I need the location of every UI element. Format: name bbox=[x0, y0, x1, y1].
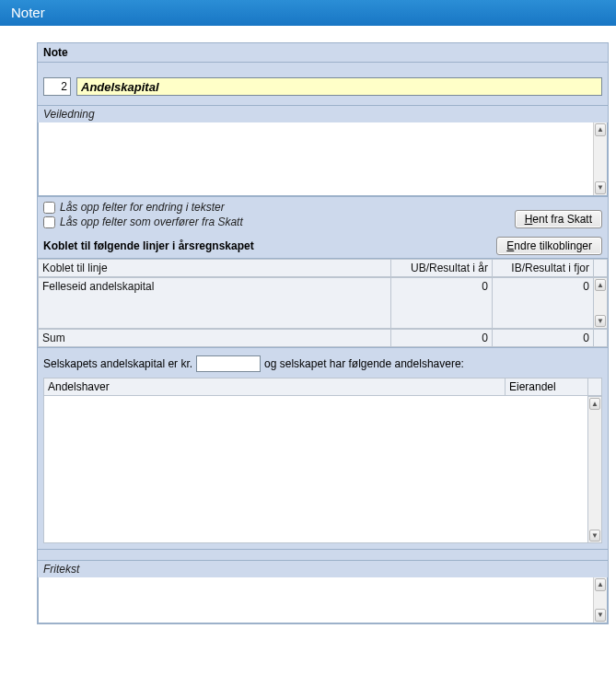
unlock-texts-checkbox[interactable] bbox=[43, 202, 55, 214]
owners-scrollbar[interactable]: ▲ ▼ bbox=[588, 396, 602, 543]
scroll-down-icon[interactable]: ▼ bbox=[595, 609, 606, 622]
note-header-label: Note bbox=[43, 46, 68, 59]
linked-row-line: Felleseid andelskapital bbox=[39, 278, 391, 329]
owners-col-scroll bbox=[588, 378, 602, 396]
freetext-textarea[interactable] bbox=[39, 577, 593, 623]
scroll-up-icon[interactable]: ▲ bbox=[595, 578, 606, 591]
guidance-scrollbar[interactable]: ▲ ▼ bbox=[593, 122, 607, 195]
linked-scrollbar[interactable]: ▲ ▼ bbox=[594, 277, 608, 329]
window-titlebar: Noter bbox=[0, 0, 616, 26]
linked-section-header: Koblet til følgende linjer i årsregnskap… bbox=[38, 234, 608, 259]
edit-btn-rest: ndre tilkoblinger bbox=[514, 239, 592, 252]
linked-table-body-wrap: Felleseid andelskapital 0 0 ▲ ▼ bbox=[38, 277, 608, 329]
capital-amount-input[interactable] bbox=[196, 355, 261, 372]
linked-sum-spacer bbox=[594, 330, 608, 347]
linked-col-ib: IB/Resultat i fjor bbox=[493, 260, 594, 277]
scroll-down-icon[interactable]: ▼ bbox=[595, 181, 606, 194]
edit-links-button[interactable]: Endre tilkoblinger bbox=[496, 237, 602, 255]
unlock-skatt-label: Lås opp felter som overfører fra Skatt bbox=[60, 215, 243, 228]
capital-sentence-a: Selskapets andelskapital er kr. bbox=[43, 357, 192, 370]
linked-table-body: Felleseid andelskapital 0 0 bbox=[38, 277, 594, 329]
linked-sum-label: Sum bbox=[39, 330, 391, 347]
noter-window: Noter Note Veiledning ▲ ▼ bbox=[0, 0, 616, 687]
capital-block: Selskapets andelskapital er kr. og selsk… bbox=[38, 347, 608, 549]
linked-sum-row: Sum 0 0 bbox=[38, 329, 608, 347]
unlock-texts-row[interactable]: Lås opp felter for endring i tekster bbox=[43, 201, 243, 214]
freetext-textarea-wrap: ▲ ▼ bbox=[38, 577, 608, 623]
guidance-label: Veiledning bbox=[38, 105, 608, 122]
fetch-btn-rest: ent fra Skatt bbox=[532, 213, 592, 226]
linked-col-ub: UB/Resultat i år bbox=[391, 260, 493, 277]
scroll-up-icon[interactable]: ▲ bbox=[589, 398, 600, 410]
linked-col-line: Koblet til linje bbox=[39, 260, 391, 277]
fetch-btn-hotkey: H bbox=[525, 213, 533, 226]
unlock-skatt-checkbox[interactable] bbox=[43, 216, 55, 228]
linked-row-ib: 0 bbox=[493, 278, 594, 329]
scroll-up-icon[interactable]: ▲ bbox=[595, 279, 606, 291]
linked-sum-ub: 0 bbox=[391, 330, 493, 347]
scroll-down-icon[interactable]: ▼ bbox=[595, 315, 606, 327]
unlock-skatt-row[interactable]: Lås opp felter som overfører fra Skatt bbox=[43, 215, 243, 228]
linked-row-ub: 0 bbox=[391, 278, 493, 329]
owners-col-share: Eierandel bbox=[506, 378, 588, 396]
gap-spacer bbox=[38, 549, 608, 560]
note-panel: Note Veiledning ▲ ▼ bbox=[37, 42, 609, 624]
freetext-label: Fritekst bbox=[38, 560, 608, 577]
window-title: Noter bbox=[11, 5, 45, 20]
capital-sentence-b: og selskapet har følgende andelshavere: bbox=[264, 357, 464, 370]
freetext-scrollbar[interactable]: ▲ ▼ bbox=[593, 577, 607, 623]
options-block: Lås opp felter for endring i tekster Lås… bbox=[38, 196, 608, 234]
note-section-header: Note bbox=[38, 43, 608, 63]
owners-table-body[interactable] bbox=[43, 396, 588, 543]
note-number-input[interactable] bbox=[43, 77, 71, 96]
owners-table-header: Andelshaver Eierandel bbox=[43, 378, 602, 396]
guidance-textarea[interactable] bbox=[39, 122, 593, 195]
scroll-up-icon[interactable]: ▲ bbox=[595, 123, 606, 136]
linked-col-scroll bbox=[594, 260, 608, 277]
linked-table-header: Koblet til linje UB/Resultat i år IB/Res… bbox=[38, 259, 608, 277]
scroll-down-icon[interactable]: ▼ bbox=[589, 530, 600, 541]
guidance-textarea-wrap: ▲ ▼ bbox=[38, 122, 608, 196]
unlock-texts-label: Lås opp felter for endring i tekster bbox=[60, 201, 225, 214]
note-top bbox=[38, 63, 608, 105]
owners-col-name: Andelshaver bbox=[44, 378, 506, 396]
content-area: Note Veiledning ▲ ▼ bbox=[0, 26, 616, 624]
fetch-from-skatt-button[interactable]: Hent fra Skatt bbox=[515, 210, 602, 228]
note-title-input[interactable] bbox=[76, 77, 602, 96]
linked-header-label: Koblet til følgende linjer i årsregnskap… bbox=[43, 239, 254, 252]
linked-sum-ib: 0 bbox=[493, 330, 594, 347]
linked-row[interactable]: Felleseid andelskapital 0 0 bbox=[39, 278, 594, 329]
